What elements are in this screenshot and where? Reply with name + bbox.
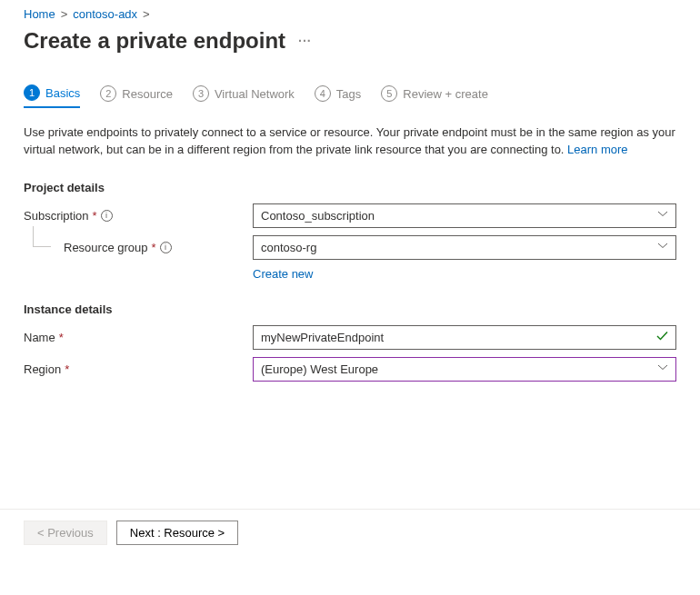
resource-group-label: Resource group xyxy=(64,241,148,254)
tab-step-number: 3 xyxy=(193,85,209,102)
page-title: Create a private endpoint ··· xyxy=(24,28,676,54)
next-button[interactable]: Next : Resource > xyxy=(116,521,238,545)
create-new-rg-link[interactable]: Create new xyxy=(253,267,313,281)
breadcrumb-home[interactable]: Home xyxy=(24,7,55,21)
tab-resource[interactable]: 2 Resource xyxy=(100,84,173,108)
name-label: Name xyxy=(24,331,55,344)
info-icon[interactable]: i xyxy=(160,242,172,253)
tab-label: Virtual Network xyxy=(215,87,295,101)
tab-label: Tags xyxy=(336,87,361,101)
region-label: Region xyxy=(24,362,61,376)
subscription-label: Subscription xyxy=(24,209,89,223)
instance-details-heading: Instance details xyxy=(24,302,676,316)
region-select[interactable]: (Europe) West Europe xyxy=(253,357,676,382)
indent-rule xyxy=(33,226,51,248)
subscription-select[interactable]: Contoso_subscription xyxy=(253,203,676,228)
chevron-down-icon xyxy=(657,209,668,223)
learn-more-link[interactable]: Learn more xyxy=(567,143,627,156)
name-input[interactable]: myNewPrivateEndpoint xyxy=(253,325,676,350)
wizard-footer: < Previous Next : Resource > xyxy=(0,509,700,556)
tab-label: Review + create xyxy=(403,87,488,101)
tab-label: Resource xyxy=(122,87,173,101)
chevron-down-icon xyxy=(657,362,668,376)
tab-basics[interactable]: 1 Basics xyxy=(24,84,80,108)
breadcrumb-cluster[interactable]: contoso-adx xyxy=(73,7,137,21)
project-details-heading: Project details xyxy=(24,181,676,194)
tab-step-number: 1 xyxy=(24,84,40,101)
tab-step-number: 2 xyxy=(100,85,116,102)
breadcrumb-sep: > xyxy=(61,7,68,21)
tab-review-create[interactable]: 5 Review + create xyxy=(381,84,488,108)
breadcrumb: Home > contoso-adx > xyxy=(24,7,676,21)
more-icon[interactable]: ··· xyxy=(298,34,312,48)
intro-text: Use private endpoints to privately conne… xyxy=(24,124,676,159)
required-marker: * xyxy=(65,362,69,376)
tab-virtual-network[interactable]: 3 Virtual Network xyxy=(193,84,295,108)
breadcrumb-sep: > xyxy=(143,7,150,21)
check-icon xyxy=(656,330,668,344)
previous-button: < Previous xyxy=(24,521,107,545)
required-marker: * xyxy=(93,209,97,223)
wizard-tabs: 1 Basics 2 Resource 3 Virtual Network 4 … xyxy=(24,66,676,108)
tab-label: Basics xyxy=(45,86,80,100)
tab-step-number: 5 xyxy=(381,85,397,102)
tab-step-number: 4 xyxy=(315,85,331,102)
info-icon[interactable]: i xyxy=(101,210,113,222)
resource-group-select[interactable]: contoso-rg xyxy=(253,235,676,260)
chevron-down-icon xyxy=(657,241,668,254)
required-marker: * xyxy=(59,331,64,344)
required-marker: * xyxy=(152,241,156,254)
tab-tags[interactable]: 4 Tags xyxy=(315,84,361,108)
